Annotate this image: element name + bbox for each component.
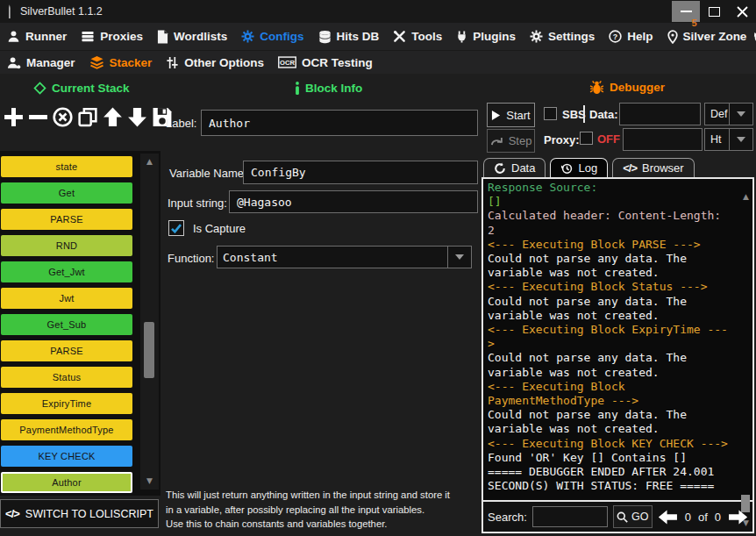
stack-scroll-up[interactable]: ▲	[140, 158, 159, 166]
silverbullet-window: SilverBullet 1.1.2 Runner Proxies Wordli…	[0, 0, 756, 536]
stack-block[interactable]: PaymentMethodType	[1, 419, 132, 440]
label-input[interactable]	[201, 110, 478, 136]
stack-block[interactable]: Get_Jwt	[1, 261, 132, 282]
log-line: Could not parse any data. The	[488, 295, 737, 309]
log-line: <--- Executing Block ExpiryTime ---	[488, 323, 737, 337]
stack-block[interactable]: Author	[1, 472, 132, 493]
remove-block-button[interactable]	[27, 106, 49, 128]
menu-settings[interactable]: Settings	[523, 23, 602, 50]
log-scroll-up[interactable]: ▲	[743, 193, 749, 201]
menu-runner[interactable]: Runner	[0, 23, 74, 50]
go-button[interactable]: GO	[613, 505, 653, 528]
data-input[interactable]	[619, 103, 701, 125]
variable-name-input[interactable]	[243, 161, 478, 184]
stack-block[interactable]: state	[1, 156, 132, 177]
log-search-bar: Search: GO 0 of 0	[483, 500, 752, 532]
stack-scrollbar-thumb[interactable]	[144, 322, 154, 378]
log-history-icon	[560, 162, 573, 175]
stack-scroll-down[interactable]: ▼	[140, 477, 159, 485]
move-down-button[interactable]	[126, 106, 148, 128]
sbs-checkbox[interactable]	[544, 107, 557, 120]
menu-wordlists[interactable]: Wordlists	[150, 23, 234, 50]
close-icon	[737, 6, 748, 18]
log-output[interactable]: Response Source:[]Calculated header: Con…	[483, 179, 752, 500]
stack-block[interactable]: Get	[1, 182, 132, 204]
next-match-button[interactable]	[728, 509, 748, 525]
match-current: 0	[685, 511, 691, 524]
menu-proxies-label: Proxies	[100, 30, 143, 43]
dropdown-divider	[447, 247, 448, 268]
submenu-ocr-testing-label: OCR Testing	[302, 56, 373, 69]
menu-proxies[interactable]: Proxies	[74, 23, 150, 50]
menu-plugins[interactable]: Plugins	[449, 23, 523, 50]
stack-block[interactable]: PARSE	[1, 340, 132, 361]
switch-to-loliscript-button[interactable]: </> SWITCH TO LOLISCRIPT	[0, 499, 159, 528]
log-line: ===== DEBUGGER ENDED AFTER 24.001	[488, 465, 737, 479]
stack-scrollbar[interactable]: ▲ ▼	[140, 154, 159, 490]
stack-block-label: PaymentMethodType	[19, 425, 113, 435]
function-dropdown[interactable]: Constant	[217, 246, 472, 268]
is-capture-checkbox[interactable]	[168, 220, 184, 236]
maximize-icon	[709, 7, 720, 17]
clear-blocks-button[interactable]	[52, 106, 74, 128]
proxy-label: Proxy:	[544, 133, 579, 147]
tab-log[interactable]: Log	[550, 158, 608, 177]
input-string-input[interactable]	[229, 190, 478, 213]
menu-configs-label: Configs	[260, 30, 303, 43]
submenu-ocr-testing[interactable]: OCR OCR Testing	[271, 51, 380, 74]
block-description: This will just return anything written i…	[166, 488, 483, 532]
step-button[interactable]: Step	[487, 129, 535, 153]
stack-block[interactable]: Get_Sub	[1, 314, 132, 335]
proxy-checkbox[interactable]	[580, 132, 593, 145]
stack-block[interactable]: KEY CHECK	[1, 446, 132, 467]
stack-block[interactable]: PARSE	[1, 209, 132, 230]
stack-block[interactable]: RND	[1, 235, 132, 256]
sbs-label: SBS	[562, 108, 586, 121]
tools-icon	[393, 30, 406, 43]
start-button[interactable]: Start	[487, 103, 535, 127]
maximize-button[interactable]	[700, 0, 728, 23]
proxy-type-dropdown[interactable]: Ht	[704, 128, 753, 151]
wordlist-type-dropdown[interactable]: Def	[704, 103, 753, 125]
menu-hitsdb[interactable]: Hits DB	[311, 23, 387, 50]
stack-block-label: Get	[59, 188, 75, 198]
prev-match-button[interactable]	[658, 509, 678, 525]
log-line: Calculated header: Content-Length:	[488, 209, 737, 223]
manager-icon	[7, 56, 21, 69]
step-redo-icon	[490, 135, 503, 147]
tab-browser-label: Browser	[642, 161, 684, 175]
tab-browser[interactable]: </> Browser	[612, 158, 694, 177]
tab-data[interactable]: Data	[483, 158, 546, 177]
close-button[interactable]	[728, 0, 756, 23]
submenu-stacker[interactable]: Stacker	[82, 51, 160, 74]
code-icon: </>	[623, 161, 637, 175]
log-line: Response Source:	[488, 181, 737, 195]
menu-help-label: Help	[627, 30, 653, 43]
submenu-other-options[interactable]: Other Options	[159, 51, 271, 74]
duplicate-block-button[interactable]	[76, 106, 99, 128]
add-block-button[interactable]	[3, 106, 25, 128]
plug-icon	[456, 30, 467, 44]
log-line: <--- Executing Block KEY CHECK --->	[488, 437, 737, 451]
search-input[interactable]	[532, 506, 608, 527]
start-button-label: Start	[506, 109, 530, 122]
move-up-button[interactable]	[102, 106, 124, 128]
stack-block[interactable]: Status	[1, 367, 132, 388]
menu-tools[interactable]: Tools	[386, 23, 449, 50]
menu-help[interactable]: ? Help	[602, 23, 660, 50]
stack-block-label: KEY CHECK	[38, 451, 95, 461]
svg-text:OCR: OCR	[280, 59, 295, 67]
log-line: variable was not created.	[488, 366, 737, 380]
submenu-manager[interactable]: Manager	[0, 51, 82, 74]
menu-silver-zone[interactable]: 5 Silver Zone	[660, 23, 754, 50]
proxy-input[interactable]	[623, 128, 703, 151]
sliders-icon	[166, 56, 179, 69]
stack-block[interactable]: Jwt	[1, 288, 132, 309]
runner-icon	[7, 30, 20, 43]
menu-wordlists-label: Wordlists	[174, 30, 227, 43]
menu-configs[interactable]: Configs	[234, 23, 310, 50]
stack-block[interactable]: ExpiryTime	[1, 393, 132, 414]
current-stack-header: Current Stack	[33, 82, 130, 95]
stack-block-label: ExpiryTime	[42, 398, 92, 409]
database-icon	[318, 30, 332, 44]
